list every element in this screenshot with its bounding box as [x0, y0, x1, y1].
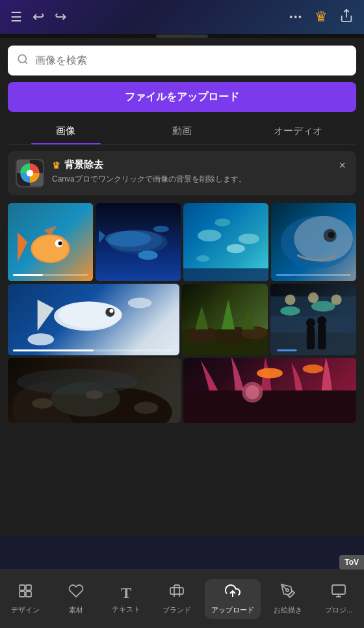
- svg-marker-33: [38, 300, 54, 331]
- svg-point-30: [328, 232, 335, 238]
- tab-images[interactable]: 画像: [8, 118, 124, 144]
- svg-rect-49: [318, 324, 326, 349]
- nav-item-design[interactable]: デザイン: [3, 583, 48, 615]
- crown-icon[interactable]: ♛: [315, 8, 328, 25]
- undo-icon[interactable]: ↩: [32, 8, 44, 25]
- svg-rect-68: [20, 592, 25, 597]
- toolbar-right: ••• ♛: [289, 8, 354, 26]
- image-item-9[interactable]: [183, 358, 356, 423]
- svg-point-52: [311, 301, 335, 312]
- svg-point-17: [105, 231, 151, 247]
- svg-point-12: [58, 241, 62, 245]
- nav-label-upload: アップロード: [211, 605, 254, 615]
- svg-line-2: [25, 61, 27, 63]
- nav-label-design: デザイン: [11, 605, 40, 615]
- svg-point-35: [109, 309, 113, 313]
- svg-point-59: [134, 402, 158, 414]
- svg-point-1: [18, 55, 26, 62]
- menu-icon[interactable]: ☰: [10, 9, 22, 25]
- svg-point-57: [32, 398, 53, 409]
- svg-point-24: [239, 234, 259, 244]
- top-toolbar: ☰ ↩ ↪ ••• ♛: [0, 0, 364, 34]
- search-input[interactable]: [35, 55, 347, 66]
- image-item-7[interactable]: [270, 284, 356, 355]
- svg-point-64: [257, 368, 283, 378]
- svg-point-44: [285, 294, 295, 305]
- nav-item-elements[interactable]: 素材: [53, 583, 99, 615]
- svg-rect-61: [183, 390, 356, 423]
- svg-point-48: [306, 318, 315, 327]
- svg-point-50: [317, 316, 326, 325]
- image-item-3[interactable]: [183, 203, 268, 281]
- svg-point-37: [128, 297, 152, 308]
- svg-point-22: [227, 244, 245, 253]
- nav-label-project: プロジ...: [325, 605, 352, 615]
- image-item-8[interactable]: [8, 358, 181, 423]
- promo-icon: [16, 159, 44, 187]
- more-icon[interactable]: •••: [289, 12, 303, 22]
- promo-close-button[interactable]: ×: [336, 159, 348, 172]
- image-item-6[interactable]: [182, 284, 268, 355]
- svg-point-25: [196, 255, 209, 262]
- promo-text: ♛ 背景除去 Canvaプロでワンクリックで画像の背景を削除します。: [52, 159, 328, 185]
- image-progress-fill-4: [276, 274, 291, 276]
- image-progress-fill-5: [13, 349, 94, 351]
- svg-point-23: [214, 219, 230, 226]
- image-item-2[interactable]: [96, 203, 181, 281]
- svg-point-19: [138, 251, 158, 260]
- search-bar[interactable]: [8, 46, 356, 75]
- nav-item-upload[interactable]: アップロード: [205, 579, 261, 619]
- crown-icon: ♛: [52, 160, 60, 171]
- svg-rect-47: [307, 326, 315, 349]
- svg-point-20: [153, 226, 169, 232]
- image-grid-row3: [8, 358, 356, 423]
- text-icon: T: [121, 584, 131, 602]
- tov-badge: ToV: [339, 555, 364, 569]
- svg-point-45: [308, 292, 318, 303]
- nav-item-draw[interactable]: お絵描き: [265, 583, 311, 615]
- draw-icon: [280, 583, 296, 603]
- svg-rect-67: [26, 585, 31, 590]
- svg-rect-66: [20, 585, 25, 590]
- svg-point-63: [246, 385, 259, 399]
- svg-point-28: [294, 216, 353, 262]
- tab-audio[interactable]: オーディオ: [240, 118, 356, 144]
- image-progress-1: [13, 274, 88, 276]
- upload-button[interactable]: ファイルをアップロード: [8, 82, 356, 112]
- brand-icon: [169, 583, 185, 603]
- svg-marker-18: [99, 230, 105, 243]
- nav-item-brand[interactable]: ブランド: [154, 583, 200, 615]
- nav-label-elements: 素材: [69, 605, 83, 615]
- redo-icon[interactable]: ↪: [55, 8, 66, 25]
- nav-label-draw: お絵描き: [274, 605, 302, 615]
- image-item-4[interactable]: [271, 203, 356, 281]
- search-icon: [17, 53, 29, 68]
- tabs: 画像 動画 オーディオ: [8, 118, 356, 144]
- image-grid-row1: [8, 203, 356, 281]
- image-item-5[interactable]: [8, 284, 179, 355]
- elements-icon: [68, 583, 84, 603]
- promo-title: ♛ 背景除去: [52, 159, 328, 171]
- image-item-1[interactable]: [8, 203, 93, 281]
- svg-rect-72: [332, 585, 345, 594]
- nav-item-text[interactable]: T テキスト: [103, 584, 149, 614]
- promo-title-text: 背景除去: [64, 159, 103, 171]
- upload-button-label: ファイルをアップロード: [125, 90, 239, 104]
- svg-rect-53: [277, 349, 296, 351]
- nav-item-project[interactable]: プロジ...: [316, 583, 361, 615]
- share-icon[interactable]: [339, 8, 354, 26]
- device-notch: [156, 34, 208, 38]
- bottom-navigation: デザイン 素材 T テキスト ブランド アップロード: [0, 569, 364, 628]
- nav-label-brand: ブランド: [162, 605, 191, 615]
- svg-rect-26: [183, 268, 268, 281]
- image-progress-5: [13, 349, 174, 351]
- tab-video[interactable]: 動画: [124, 118, 240, 144]
- svg-point-10: [32, 236, 68, 262]
- svg-point-60: [16, 369, 137, 395]
- image-progress-fill-1: [13, 274, 43, 276]
- design-icon: [18, 583, 33, 603]
- svg-point-7: [27, 170, 34, 177]
- promo-banner: ♛ 背景除去 Canvaプロでワンクリックで画像の背景を削除します。 ×: [8, 151, 356, 195]
- svg-point-51: [280, 307, 300, 316]
- panel: ファイルをアップロード 画像 動画 オーディオ: [0, 38, 364, 144]
